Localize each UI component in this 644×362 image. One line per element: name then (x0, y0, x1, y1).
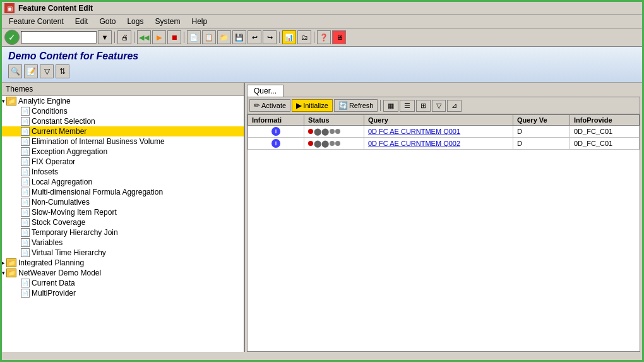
print-btn[interactable]: 🖨 (117, 30, 131, 44)
command-input[interactable] (21, 31, 97, 44)
dot-red-2 (308, 141, 313, 146)
page-btn2[interactable]: 📝 (24, 64, 38, 78)
doc-icon-temp-hierarchy: 📄 (21, 228, 30, 237)
refresh-button[interactable]: 🔄 Refresh (334, 99, 378, 112)
tree-item-exception-aggregation[interactable]: 📄 Exception Aggregation (2, 147, 244, 157)
query-btn-list[interactable]: ☰ (400, 100, 415, 112)
doc-icon-non-cumulatives: 📄 (21, 198, 30, 207)
help-btn[interactable]: ❓ (317, 30, 331, 44)
doc-icon-current-member: 📄 (21, 127, 30, 136)
tree-item-constant-selection[interactable]: 📄 Constant Selection (2, 116, 244, 126)
tree-item-multi-dimensional[interactable]: 📄 Multi-dimensional Formula Aggregation (2, 187, 244, 197)
btn7[interactable]: 📊 (282, 30, 296, 44)
tab-query[interactable]: Quer... (247, 85, 283, 97)
menu-feature-content[interactable]: Feature Content (7, 16, 66, 27)
menu-logs[interactable]: Logs (125, 16, 145, 27)
table-row[interactable]: i ⬤⬤ (248, 126, 640, 138)
forward-btn[interactable]: ▶ (152, 30, 166, 44)
dot-gray-1 (330, 129, 335, 134)
menu-goto[interactable]: Goto (97, 16, 117, 27)
back-btn[interactable]: ◀◀ (137, 30, 151, 44)
tree-item-conditions[interactable]: 📄 Conditions (2, 106, 244, 116)
col-header-status: Status (304, 115, 364, 126)
btn6[interactable]: ↪ (263, 30, 277, 44)
doc-icon-exception-aggregation: 📄 (21, 147, 30, 156)
sep3 (184, 32, 184, 43)
btn1[interactable]: 📄 (187, 30, 201, 44)
tree-section-header: Themes (2, 83, 244, 96)
query-btn-columns[interactable]: ⊞ (416, 100, 431, 112)
doc-icon-multi-dimensional: 📄 (21, 188, 30, 196)
page-btn1[interactable]: 🔍 (8, 64, 22, 78)
doc-icon-elimination: 📄 (21, 137, 30, 146)
status-icon-2: ⬤⬤ (308, 140, 360, 148)
dropdown-btn[interactable]: ▼ (98, 30, 112, 44)
tree-item-non-cumulatives[interactable]: 📄 Non-Cumulatives (2, 197, 244, 207)
btn3[interactable]: 📁 (217, 30, 231, 44)
doc-icon-constant-selection: 📄 (21, 117, 30, 126)
col-header-query-ver: Query Ve (513, 115, 569, 126)
page-toolbar: 🔍 📝 ▽ ⇅ (8, 64, 636, 78)
menu-system[interactable]: System (153, 16, 182, 27)
list-icon: ☰ (404, 102, 410, 110)
btn2[interactable]: 📋 (202, 30, 216, 44)
tab-bar: Quer... (245, 83, 642, 97)
menu-help[interactable]: Help (189, 16, 209, 27)
btn8[interactable]: 🗂 (297, 30, 311, 44)
sep5 (314, 32, 314, 43)
doc-icon-infosets: 📄 (21, 167, 30, 176)
cell-query-ver-2: D (513, 138, 569, 150)
funnel-icon: ⊿ (451, 102, 457, 110)
cell-query-1[interactable]: 0D FC AE CURNTMEM Q001 (364, 126, 513, 138)
tree-item-integrated-planning[interactable]: ▸ 📁 Integrated Planning (2, 258, 244, 268)
doc-icon-current-data: 📄 (21, 279, 30, 287)
check-button[interactable]: ✓ (4, 30, 20, 45)
folder-icon-integrated: 📁 (6, 258, 16, 267)
query-btn-filter[interactable]: ▽ (432, 100, 446, 112)
dot-red-1 (308, 129, 313, 134)
menu-edit[interactable]: Edit (73, 16, 90, 27)
tree-item-temp-hierarchy[interactable]: 📄 Temporary Hierarchy Join (2, 227, 244, 238)
activate-button[interactable]: ✏ Activate (249, 99, 290, 112)
table-row[interactable]: i ⬤⬤ (248, 138, 640, 150)
query-area: ✏ Activate ▶ Initialize 🔄 Refresh (247, 97, 640, 352)
tree-item-variables[interactable]: 📄 Variables (2, 238, 244, 248)
sep4 (279, 32, 280, 43)
tree-item-analytic-engine[interactable]: ▾ 📁 Analytic Engine (2, 96, 244, 106)
tree-item-infosets[interactable]: 📄 Infosets (2, 167, 244, 177)
settings-btn[interactable]: 🖥 (332, 30, 346, 44)
query-btn-grid[interactable]: ▦ (383, 100, 398, 112)
page-btn3[interactable]: ▽ (40, 64, 54, 78)
query-btn-funnel[interactable]: ⊿ (447, 100, 462, 112)
cell-query-2[interactable]: 0D FC AE CURNTMEM Q002 (364, 138, 513, 150)
cell-info-2: i (248, 138, 304, 150)
columns-icon: ⊞ (420, 102, 426, 110)
tree-item-current-data[interactable]: 📄 Current Data (2, 278, 244, 288)
content-split: Themes ▾ 📁 Analytic Engine 📄 Conditions … (2, 83, 642, 352)
tree-item-netweaver[interactable]: ▾ 📁 NetWeaver Demo Model (2, 268, 244, 278)
tree-item-current-member[interactable]: 📄 Current Member (2, 126, 244, 136)
activate-icon: ✏ (254, 101, 260, 110)
tree-item-local-aggregation[interactable]: 📄 Local Aggregation (2, 177, 244, 187)
dot-gray-4 (335, 141, 340, 146)
cell-query-ver-1: D (513, 126, 569, 138)
tree-item-multiprovider[interactable]: 📄 MultiProvider (2, 288, 244, 298)
col-header-query: Query (364, 115, 513, 126)
tree-item-slow-moving[interactable]: 📄 Slow-Moving Item Report (2, 207, 244, 217)
btn4[interactable]: 💾 (232, 30, 246, 44)
tree-item-elimination[interactable]: 📄 Elimination of Internal Business Volum… (2, 136, 244, 147)
tree-item-stock-coverage[interactable]: 📄 Stock Coverage (2, 217, 244, 227)
page-header: Demo Content for Features 🔍 📝 ▽ ⇅ (2, 47, 642, 83)
tree-item-virtual-time[interactable]: 📄 Virtual Time Hierarchy (2, 248, 244, 258)
menu-bar: Feature Content Edit Goto Logs System He… (2, 15, 642, 28)
info-icon-2: i (271, 139, 280, 148)
cell-info-provider-2: 0D_FC_C01 (570, 138, 640, 150)
tree-item-fix-operator[interactable]: 📄 FIX Operator (2, 157, 244, 167)
stop-btn[interactable]: ⏹ (167, 30, 181, 44)
page-btn4[interactable]: ⇅ (56, 64, 69, 78)
dot-gray-2 (335, 129, 340, 134)
query-toolbar: ✏ Activate ▶ Initialize 🔄 Refresh (247, 97, 640, 114)
btn5[interactable]: ↩ (247, 30, 261, 44)
main-toolbar: ✓ ▼ 🖨 ◀◀ ▶ ⏹ 📄 📋 📁 💾 ↩ ↪ 📊 🗂 ❓ 🖥 (2, 28, 642, 47)
initialize-button[interactable]: ▶ Initialize (292, 99, 333, 112)
